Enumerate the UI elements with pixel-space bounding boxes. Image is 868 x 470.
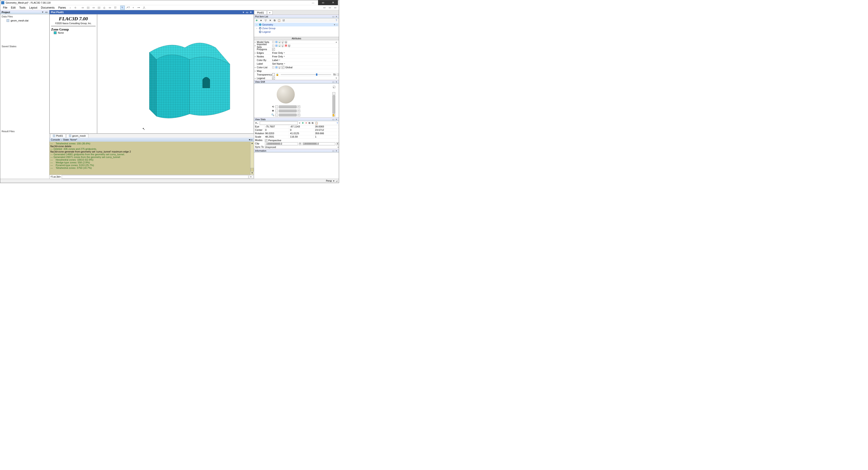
wheel-minus[interactable]: -	[275, 114, 278, 116]
vwheel-minus[interactable]: -	[333, 92, 335, 95]
print-icon[interactable]: ⎙	[102, 6, 107, 10]
panel-close-icon[interactable]: ✕	[335, 118, 338, 121]
mini-btn[interactable]: ↕	[282, 41, 284, 43]
legend-checkbox[interactable]: ✓	[272, 77, 275, 80]
clip-near-input[interactable]	[265, 143, 298, 145]
layout1-icon[interactable]: ▭	[81, 6, 85, 10]
stop-icon[interactable]: ⦸	[73, 6, 78, 10]
perspective-checkbox[interactable]: ✓	[265, 139, 268, 142]
viewshift-reset-icon[interactable]: ▫	[333, 86, 335, 88]
nodes-dropdown[interactable]: Free Only▾	[272, 55, 285, 58]
hand-icon[interactable]: ✋	[332, 114, 335, 117]
clip-spinner[interactable]: ▲▼	[336, 143, 339, 145]
panel-float-icon[interactable]: ▭	[332, 150, 335, 152]
panel-close-icon[interactable]: ✕	[335, 150, 338, 152]
menu-panes[interactable]: Panes	[57, 6, 68, 10]
axis-icon[interactable]: ✕₊	[255, 122, 258, 125]
export-icon[interactable]: ▭	[107, 6, 112, 10]
tree-item-zone-group[interactable]: › Zone Group	[254, 26, 338, 30]
lock-icon[interactable]: 🔒	[276, 73, 279, 76]
plot-area[interactable]: FLAC3D 7.00 ©2020 Itasca Consulting Grou…	[50, 14, 254, 133]
mini-btn[interactable]: ↕	[278, 66, 281, 68]
vs-tool-icon[interactable]: 📋	[315, 122, 318, 125]
mini-btn[interactable]	[337, 73, 339, 76]
tree-item-legend[interactable]: Legend	[254, 30, 338, 34]
tab-geom-mesh[interactable]: geom_mesh	[66, 134, 88, 137]
measure-icon[interactable]: ⊶	[136, 6, 141, 10]
panel-close-icon[interactable]: ✕	[335, 15, 338, 18]
right-tab-add[interactable]: +	[267, 11, 272, 15]
vs-tool-icon[interactable]: ⧉	[309, 122, 310, 125]
pil-filter-icon[interactable]: ▽	[264, 19, 267, 22]
plot-min-icon[interactable]: ▭	[245, 11, 249, 14]
wheel-plus[interactable]: +	[298, 114, 300, 116]
maximize-button[interactable]: ▭	[318, 0, 328, 5]
minimize-button[interactable]: —	[308, 0, 318, 5]
wheel-minus[interactable]: -	[275, 109, 278, 112]
vs-add-icon[interactable]: ✚	[302, 122, 304, 125]
global-checkbox[interactable]: ✓	[282, 66, 284, 69]
axis-select[interactable]	[260, 121, 298, 125]
pil-check-icon[interactable]: ☑	[282, 19, 285, 22]
mini-btn[interactable]	[275, 44, 278, 47]
zoom-wheel[interactable]	[279, 114, 297, 116]
polygons-checkbox[interactable]: ✓	[272, 48, 275, 51]
pil-caret-icon[interactable]: ▾	[259, 19, 263, 22]
menu-edit[interactable]: Edit	[9, 6, 18, 10]
transparency-slider[interactable]	[281, 74, 331, 75]
tree-item-geometry[interactable]: › Geometry ▾—	[254, 23, 338, 26]
panel-float-icon[interactable]: ▭	[332, 15, 335, 18]
vs-help-icon[interactable]: ?	[337, 122, 338, 125]
pil-add-icon[interactable]: ✚	[255, 19, 258, 22]
menu-layout[interactable]: Layout	[27, 6, 39, 10]
pil-delete-icon[interactable]: ✕	[269, 19, 272, 22]
right-tool1-icon[interactable]: ▭	[322, 6, 327, 10]
shape-icon[interactable]: 人	[142, 6, 147, 10]
vs-delete-icon[interactable]: ✕	[305, 122, 307, 125]
layout3-icon[interactable]: ▭	[91, 6, 96, 10]
console-scrollbar[interactable]: ▲ ▼	[250, 142, 254, 175]
console-input[interactable]	[62, 175, 248, 179]
pil-help-icon[interactable]: ?	[335, 19, 338, 22]
pil-paste-icon[interactable]: 📋	[278, 19, 281, 22]
transparency-checkbox[interactable]	[272, 73, 275, 76]
edges-dropdown[interactable]: Free Only▾	[272, 52, 285, 54]
mini-btn[interactable]	[272, 44, 274, 47]
clip-spinner[interactable]: ▲▼	[299, 143, 302, 145]
add-icon[interactable]: ＋	[131, 6, 135, 10]
panel-float-icon[interactable]: ▭	[332, 81, 335, 83]
menu-file[interactable]: File	[1, 6, 9, 10]
pointer-icon[interactable]: ↖	[120, 6, 125, 10]
menu-documents[interactable]: Documents	[39, 6, 57, 10]
mini-add-icon[interactable]: +	[278, 44, 281, 47]
mini-btn[interactable]	[275, 41, 278, 43]
mini-delete-icon[interactable]: ✕	[285, 44, 287, 47]
menu-tools[interactable]: Tools	[18, 6, 27, 10]
panel-close-icon[interactable]: ✕	[335, 81, 338, 83]
clip-far-input[interactable]	[303, 143, 336, 145]
mini-filter-icon[interactable]: ▽	[288, 44, 290, 47]
console-float-icon[interactable]: ▭	[250, 138, 252, 141]
plot-close-icon[interactable]: ✕	[249, 11, 252, 14]
mini-btn[interactable]: ↕	[282, 44, 284, 47]
status-caret-icon[interactable]: ▾	[333, 180, 334, 182]
right-tab-plot01[interactable]: Plot01	[254, 11, 267, 15]
colorby-dropdown[interactable]: Label▾	[272, 59, 280, 61]
tab-plot01[interactable]: Plot01	[51, 134, 66, 137]
viewport-3d[interactable]: ↖	[97, 14, 254, 133]
data-file-item[interactable]: geom_mesh.dat	[0, 19, 49, 22]
query-icon[interactable]: ↗?	[126, 6, 130, 10]
rotate-wheel[interactable]	[279, 105, 297, 108]
wheel-minus[interactable]: -	[275, 105, 278, 108]
label-dropdown[interactable]: Set Name▾	[272, 62, 285, 65]
pan-wheel[interactable]	[279, 109, 297, 112]
right-tool2-icon[interactable]: ▭	[328, 6, 332, 10]
plot-menu-icon[interactable]: ▾	[242, 11, 245, 14]
check-icon[interactable]: ☑	[113, 6, 118, 10]
resize-grip-icon[interactable]: ◢	[336, 180, 338, 182]
close-button[interactable]: ✕	[328, 0, 338, 5]
panel-float-icon[interactable]: ▭	[332, 118, 335, 121]
mini-btn[interactable]	[275, 66, 278, 68]
mini-btn[interactable]	[272, 41, 274, 43]
right-tool3-icon[interactable]: ▭	[333, 6, 338, 10]
